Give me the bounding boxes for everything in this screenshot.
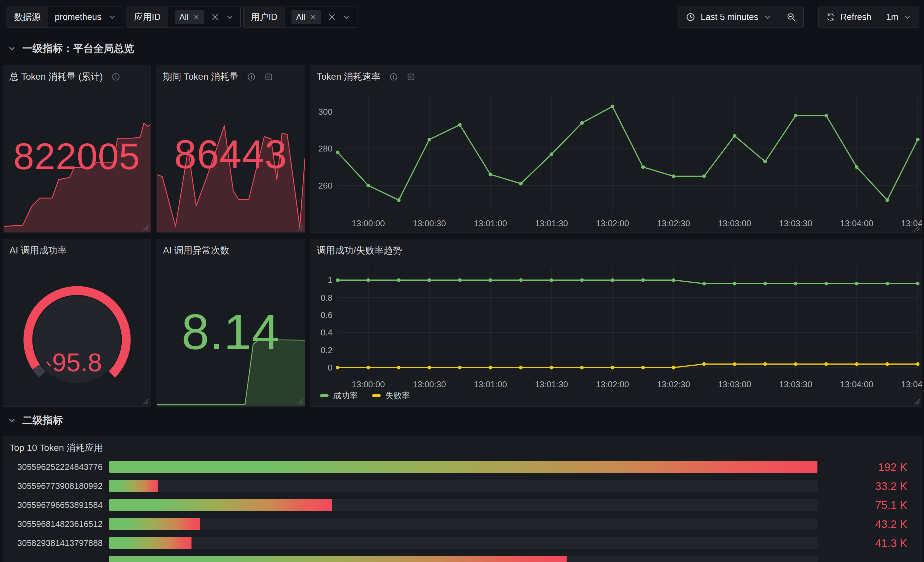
svg-text:300: 300 [318,107,333,117]
bar-track [109,499,818,511]
resize-handle[interactable] [913,398,920,405]
panel-title[interactable]: 总 Token 消耗量 (累计) [9,70,103,83]
resize-handle[interactable] [142,398,149,405]
panel-title[interactable]: 期间 Token 消耗量 [163,70,238,83]
zoom-out-icon [786,12,796,22]
panel-period-tokens: 期间 Token 消耗量 86443 [156,65,305,233]
refresh-interval-button[interactable]: 1m [879,7,919,27]
resize-handle[interactable] [142,224,149,231]
svg-text:13:02:00: 13:02:00 [596,218,629,228]
success-rate-gauge: 95.8 [21,284,133,396]
svg-text:13:02:00: 13:02:00 [596,379,629,389]
filter-chip[interactable]: All [291,10,321,24]
svg-text:1: 1 [328,275,333,285]
svg-text:13:00:00: 13:00:00 [351,379,385,389]
zoom-out-button[interactable] [779,7,803,27]
chevron-down-icon[interactable] [108,13,116,21]
section-row-secondary[interactable]: 二级指标 [8,413,63,427]
resize-handle[interactable] [913,224,920,231]
table-row [10,556,907,562]
filter-chip-value: All [296,12,305,22]
panel-links-icon[interactable] [264,72,273,81]
app-id-label: 305596773908180992 [10,481,103,491]
legend-color-chip [372,394,381,397]
app-id-label: 305596814823616512 [10,519,103,529]
info-icon[interactable] [111,72,120,81]
clock-icon [686,12,696,22]
clear-selection-icon[interactable] [211,13,219,21]
clear-selection-icon[interactable] [328,13,336,21]
time-range-group: Last 5 minutes [678,6,804,27]
panel-title[interactable]: 调用成功/失败率趋势 [317,244,402,257]
chart-legend: 成功率 失败率 [320,390,410,401]
period-tokens-sparkline [157,124,305,232]
bar-track [109,461,818,473]
filter-chip[interactable]: All [175,10,204,24]
close-icon[interactable] [310,14,316,20]
datasource-value[interactable]: prometheus [55,12,102,22]
section-row-primary[interactable]: 一级指标：平台全局总览 [8,41,134,56]
datasource-value-box[interactable]: prometheus [48,7,123,27]
bar-track [109,518,818,530]
legend-item[interactable]: 成功率 [320,390,358,401]
panel-title[interactable]: AI 调用异常次数 [163,244,229,257]
svg-text:260: 260 [318,181,333,190]
svg-text:13:04:00: 13:04:00 [840,218,873,228]
chevron-down-icon[interactable] [226,13,234,21]
info-icon[interactable] [389,72,398,81]
bar-fill [109,518,200,530]
svg-text:13:02:30: 13:02:30 [657,379,690,389]
panel-success-rate: AI 调用成功率 95.8 [3,239,151,406]
time-range-button[interactable]: Last 5 minutes [678,7,779,27]
svg-text:0.4: 0.4 [321,328,333,337]
refresh-button[interactable]: Refresh [819,7,879,27]
svg-text:13:01:30: 13:01:30 [535,218,568,228]
chevron-down-icon [8,417,16,424]
legend-color-chip [320,394,328,397]
datasource-label: 数据源 [7,7,48,27]
bar-fill [109,537,192,549]
refresh-group: Refresh 1m [818,6,919,27]
filter-user-id[interactable]: 用户ID All [243,6,357,27]
panel-links-icon[interactable] [406,72,416,81]
panel-title[interactable]: AI 调用成功率 [9,244,66,257]
grafana-dashboard: 数据源 prometheus 应用ID All 用户ID [0,0,924,562]
bar-fill [109,499,332,511]
panel-token-rate: Token 消耗速率 26028030013:00:0013:00:3013:0… [310,65,922,233]
bar-track [109,556,818,562]
filter-chip-value: All [179,12,189,22]
panel-title[interactable]: Token 消耗速率 [317,70,381,83]
svg-text:13:01:30: 13:01:30 [535,379,568,389]
svg-text:13:03:00: 13:03:00 [718,218,751,228]
panel-top10-apps: Top 10 Token 消耗应用 305596252224843776 192… [3,436,922,562]
token-count-value: 75.1 K [818,499,907,511]
panel-title[interactable]: Top 10 Token 消耗应用 [9,442,103,454]
chevron-down-icon [764,13,771,21]
bar-track [109,480,818,492]
table-row: 305596252224843776 192 K [10,461,907,473]
filter-app-id-label: 应用ID [127,7,168,27]
datasource-picker[interactable]: 数据源 prometheus [6,6,123,27]
chevron-down-icon[interactable] [343,13,351,21]
token-count-value: 33.2 K [818,480,907,493]
token-rate-chart: 26028030013:00:0013:00:3013:01:0013:01:3… [310,86,922,233]
legend-item[interactable]: 失败率 [372,390,410,401]
svg-text:13:00:30: 13:00:30 [413,218,446,228]
svg-text:95.8: 95.8 [52,348,102,377]
close-icon[interactable] [193,14,200,20]
svg-text:13:01:00: 13:01:00 [474,218,507,228]
svg-text:13:02:30: 13:02:30 [657,218,690,228]
info-icon[interactable] [247,72,256,81]
refresh-label: Refresh [840,12,872,22]
chevron-down-icon [8,45,16,52]
svg-text:13:03:00: 13:03:00 [718,379,751,389]
svg-text:13:03:30: 13:03:30 [779,379,812,389]
resize-handle[interactable] [296,398,304,405]
panel-success-fail-trend: 调用成功/失败率趋势 00.20.40.60.8113:00:0013:00:3… [310,239,922,406]
bar-fill [109,556,567,562]
svg-text:0.8: 0.8 [321,293,333,303]
section-title: 一级指标：平台全局总览 [22,42,134,55]
resize-handle[interactable] [296,224,304,231]
time-range-label: Last 5 minutes [701,12,758,22]
filter-app-id[interactable]: 应用ID All [127,6,241,27]
